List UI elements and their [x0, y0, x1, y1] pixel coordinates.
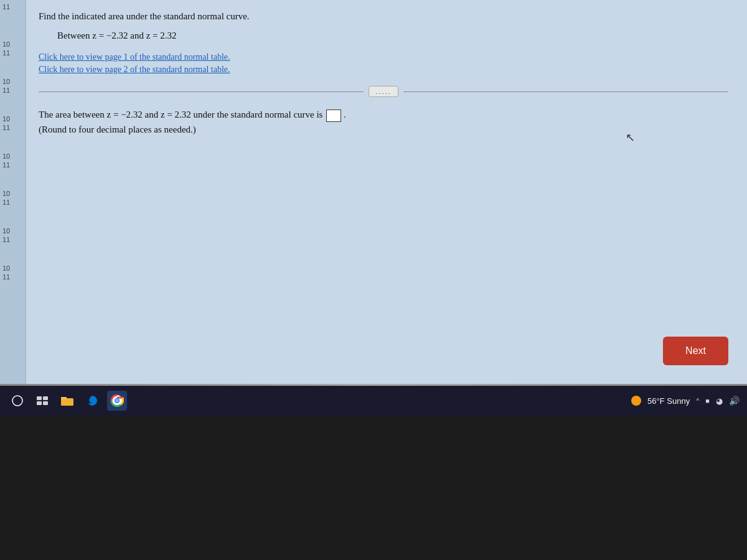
next-button[interactable]: Next — [663, 337, 728, 365]
edge-icon[interactable] — [82, 391, 102, 411]
content-area: Find the indicated area under the standa… — [26, 0, 747, 384]
taskbar-left — [7, 391, 127, 411]
svg-rect-4 — [43, 401, 48, 405]
answer-input[interactable] — [326, 110, 341, 122]
windows-start-button[interactable] — [7, 391, 27, 411]
svg-rect-2 — [43, 396, 48, 400]
taskbar: 56°F Sunny ^ ■ ◕ 🔊 — [0, 386, 747, 416]
links-section: Click here to view page 1 of the standar… — [39, 52, 728, 75]
taskview-icon[interactable] — [32, 391, 52, 411]
chrome-icon[interactable] — [107, 391, 127, 411]
dark-bottom-area — [0, 416, 747, 560]
file-explorer-icon[interactable] — [57, 391, 77, 411]
tray-volume[interactable]: 🔊 — [729, 396, 740, 406]
round-note: (Round to four decimal places as needed.… — [39, 124, 728, 135]
tray-keyboard: ■ — [705, 397, 710, 404]
divider-left — [39, 91, 364, 92]
answer-suffix: . — [344, 110, 346, 119]
svg-rect-1 — [37, 396, 42, 400]
table-link-2[interactable]: Click here to view page 2 of the standar… — [39, 65, 728, 75]
taskbar-right: 56°F Sunny ^ ■ ◕ 🔊 — [631, 396, 740, 406]
svg-point-11 — [116, 400, 118, 401]
svg-rect-3 — [37, 401, 42, 405]
weather-icon — [631, 396, 641, 406]
divider-row: ..... — [39, 86, 728, 97]
answer-prefix: The area between z = −2.32 and z = 2.32 … — [39, 110, 322, 119]
question-title: Find the indicated area under the standa… — [39, 11, 728, 22]
table-link-1[interactable]: Click here to view page 1 of the standar… — [39, 52, 728, 62]
between-z-label: Between z = −2.32 and z = 2.32 — [57, 30, 728, 41]
tray-wifi: ◕ — [716, 396, 723, 406]
divider-right — [403, 91, 728, 92]
weather-label: 56°F Sunny — [647, 396, 690, 406]
answer-section: The area between z = −2.32 and z = 2.32 … — [39, 107, 728, 122]
svg-point-0 — [12, 396, 22, 406]
svg-rect-6 — [61, 397, 67, 399]
dots-button[interactable]: ..... — [369, 86, 398, 97]
tray-caret[interactable]: ^ — [696, 397, 699, 404]
sidebar-numbers: 11 10 11 10 11 10 11 10 11 10 11 — [0, 0, 26, 384]
